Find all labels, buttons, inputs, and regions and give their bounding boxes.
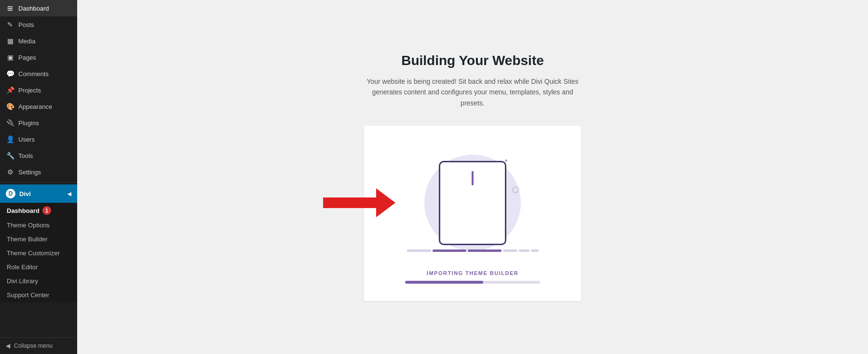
pages-icon: ▣ — [6, 53, 14, 61]
divi-label: Divi — [19, 190, 31, 197]
page-title: Building Your Website — [401, 53, 544, 68]
sidebar-item-users-label: Users — [18, 136, 35, 143]
progress-bar-track — [405, 281, 540, 284]
chevron-left-icon: ◀ — [68, 191, 71, 197]
status-label: IMPORTING THEME BUILDER — [427, 270, 518, 276]
sidebar-item-dashboard[interactable]: ⊞ Dashboard — [0, 0, 77, 16]
role-editor-label: Role Editor — [7, 263, 38, 271]
theme-builder-label: Theme Builder — [7, 236, 48, 243]
p-line-4 — [503, 249, 517, 252]
collapse-arrow-icon: ◀ — [6, 342, 10, 349]
illustration — [405, 145, 540, 261]
divi-submenu-item-role-editor[interactable]: Role Editor — [0, 260, 77, 274]
divi-submenu-item-theme-customizer[interactable]: Theme Customizer — [0, 246, 77, 260]
sidebar-item-media-label: Media — [18, 38, 35, 45]
sidebar-item-pages[interactable]: ▣ Pages — [0, 49, 77, 66]
sidebar-item-comments[interactable]: 💬 Comments — [0, 66, 77, 82]
p-line-3 — [468, 249, 502, 252]
sidebar-item-posts-label: Posts — [18, 21, 34, 28]
divi-library-label: Divi Library — [7, 277, 38, 285]
sidebar-item-projects-label: Projects — [18, 87, 41, 94]
red-arrow-container — [323, 188, 395, 217]
arrow-shaft — [323, 197, 376, 208]
sidebar-item-divi[interactable]: D Divi ◀ — [0, 184, 77, 203]
device-frame — [439, 161, 506, 245]
divi-submenu-item-dashboard[interactable]: Dashboard 1 — [0, 203, 77, 218]
page-subtitle: Your website is being created! Sit back … — [364, 76, 581, 108]
sidebar-item-media[interactable]: ▦ Media — [0, 33, 77, 49]
sidebar-item-plugins[interactable]: 🔌 Plugins — [0, 115, 77, 131]
sidebar-item-settings-label: Settings — [18, 169, 41, 176]
sidebar-item-pages-label: Pages — [18, 54, 36, 61]
dashboard-icon: ⊞ — [6, 4, 14, 12]
sidebar: ⊞ Dashboard ✎ Posts ▦ Media ▣ Pages 💬 Co… — [0, 0, 77, 354]
sidebar-item-users[interactable]: 👤 Users — [0, 131, 77, 147]
p-line-2 — [433, 249, 466, 252]
dashboard-badge: 1 — [42, 206, 51, 215]
divi-submenu-item-divi-library[interactable]: Divi Library — [0, 274, 77, 288]
media-icon: ▦ — [6, 37, 14, 45]
sidebar-item-dashboard-label: Dashboard — [18, 5, 49, 12]
main-content: Building Your Website Your website is be… — [77, 0, 868, 354]
theme-customizer-label: Theme Customizer — [7, 249, 60, 257]
appearance-icon: 🎨 — [6, 103, 14, 110]
building-card: IMPORTING THEME BUILDER — [364, 126, 581, 301]
plugins-icon: 🔌 — [6, 119, 14, 127]
settings-icon: ⚙ — [6, 168, 14, 176]
p-line-1 — [407, 249, 431, 252]
p-line-6 — [531, 249, 539, 252]
sidebar-item-tools-label: Tools — [18, 152, 33, 159]
progress-bar-fill — [405, 281, 483, 284]
projects-icon: 📌 — [6, 86, 14, 94]
sidebar-divider — [0, 182, 77, 183]
device-cursor — [472, 171, 474, 185]
divi-submenu: Dashboard 1 Theme Options Theme Builder … — [0, 203, 77, 302]
sidebar-item-appearance[interactable]: 🎨 Appearance — [0, 98, 77, 115]
p-line-5 — [519, 249, 529, 252]
support-center-label: Support Center — [7, 291, 49, 299]
collapse-menu-label: Collapse menu — [14, 342, 53, 349]
red-arrow — [323, 188, 395, 217]
divi-submenu-item-theme-builder[interactable]: Theme Builder — [0, 232, 77, 246]
sidebar-item-posts[interactable]: ✎ Posts — [0, 16, 77, 33]
sidebar-item-tools[interactable]: 🔧 Tools — [0, 147, 77, 164]
progress-lines — [407, 249, 539, 252]
dec-dot-1 — [505, 159, 507, 162]
divi-submenu-item-support-center[interactable]: Support Center — [0, 288, 77, 302]
divi-logo-icon: D — [6, 189, 15, 198]
sidebar-item-plugins-label: Plugins — [18, 119, 39, 127]
tools-icon: 🔧 — [6, 152, 14, 159]
theme-options-label: Theme Options — [7, 222, 50, 229]
posts-icon: ✎ — [6, 21, 14, 28]
sidebar-item-appearance-label: Appearance — [18, 103, 52, 110]
divi-dashboard-label: Dashboard — [7, 207, 40, 214]
sidebar-item-projects[interactable]: 📌 Projects — [0, 82, 77, 98]
users-icon: 👤 — [6, 135, 14, 143]
arrow-head — [376, 188, 395, 217]
dec-circle-1 — [512, 186, 519, 193]
collapse-menu-button[interactable]: ◀ Collapse menu — [0, 337, 77, 354]
divi-submenu-item-theme-options[interactable]: Theme Options — [0, 218, 77, 232]
sidebar-item-comments-label: Comments — [18, 70, 49, 78]
comments-icon: 💬 — [6, 70, 14, 78]
sidebar-item-settings[interactable]: ⚙ Settings — [0, 164, 77, 180]
